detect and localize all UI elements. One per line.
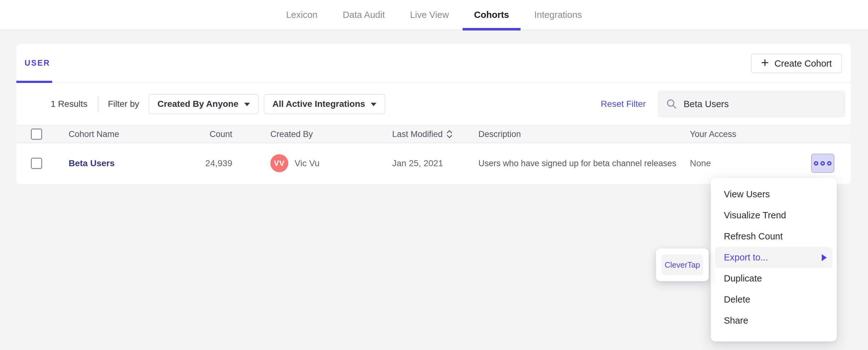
header-your-access: Your Access [690, 130, 811, 139]
menu-item-export-to-label: Export to... [724, 252, 768, 262]
filter-divider [98, 96, 98, 112]
menu-item-export-to[interactable]: Export to... [715, 247, 832, 268]
user-tab-underline [17, 81, 52, 83]
header-created-by: Created By [232, 130, 392, 139]
filter-right-group: Reset Filter [601, 91, 845, 117]
created-by-name: Vic Vu [294, 159, 319, 168]
nav-tab-cohorts-label: Cohorts [474, 10, 509, 20]
header-last-modified[interactable]: Last Modified [392, 130, 478, 139]
more-actions-button[interactable] [811, 154, 834, 173]
cohort-context-menu: View Users Visualize Trend Refresh Count… [711, 178, 837, 342]
tab-user[interactable]: USER [25, 59, 50, 68]
submenu-item-clevertap[interactable]: CleverTap [661, 254, 703, 275]
row-checkbox[interactable] [31, 158, 42, 169]
submenu-arrow-icon [822, 254, 827, 261]
plus-icon: + [761, 56, 769, 69]
menu-item-share[interactable]: Share [711, 310, 837, 331]
header-cohort-name: Cohort Name [69, 130, 188, 139]
table-row: Beta Users 24,939 VV Vic Vu Jan 25, 2021… [17, 143, 851, 183]
chevron-down-icon [371, 103, 376, 106]
row-checkbox-cell [17, 158, 69, 169]
results-count: 1 Results [51, 99, 88, 109]
menu-item-view-users[interactable]: View Users [711, 184, 837, 205]
create-cohort-label: Create Cohort [775, 59, 832, 69]
nav-tab-live-view[interactable]: Live View [410, 0, 449, 30]
avatar: VV [270, 154, 288, 172]
ellipsis-icon [827, 161, 832, 166]
sort-icon[interactable] [446, 130, 453, 139]
nav-tab-data-audit[interactable]: Data Audit [343, 0, 385, 30]
cohort-name-link[interactable]: Beta Users [69, 159, 115, 168]
last-modified-cell: Jan 25, 2021 [392, 159, 478, 168]
ellipsis-icon [820, 161, 825, 166]
menu-item-refresh-count[interactable]: Refresh Count [711, 226, 837, 247]
reset-filter-link[interactable]: Reset Filter [601, 99, 646, 109]
menu-item-duplicate[interactable]: Duplicate [711, 268, 837, 289]
nav-tab-lexicon[interactable]: Lexicon [286, 0, 317, 30]
cohort-count: 24,939 [188, 159, 232, 168]
description-cell: Users who have signed up for beta channe… [478, 157, 680, 170]
search-input[interactable] [684, 99, 837, 109]
search-icon [666, 98, 677, 110]
ellipsis-icon [814, 161, 818, 166]
integrations-dropdown-label: All Active Integrations [273, 99, 365, 109]
filter-by-label: Filter by [108, 99, 140, 109]
your-access-cell: None [690, 159, 811, 168]
export-submenu: CleverTap [656, 248, 709, 281]
integrations-dropdown[interactable]: All Active Integrations [264, 94, 385, 114]
header-count: Count [188, 130, 232, 139]
nav-tab-integrations[interactable]: Integrations [534, 0, 582, 30]
top-navigation: Lexicon Data Audit Live View Cohorts Int… [0, 0, 868, 30]
filter-bar: 1 Results Filter by Created By Anyone Al… [17, 83, 851, 125]
search-box[interactable] [658, 91, 845, 117]
panel-tabstrip: USER + Create Cohort [17, 44, 851, 83]
header-last-modified-label: Last Modified [392, 130, 443, 139]
table-header: Cohort Name Count Created By Last Modifi… [17, 125, 851, 143]
active-tab-underline [463, 28, 521, 31]
actions-cell [811, 154, 851, 173]
created-by-dropdown-label: Created By Anyone [157, 99, 238, 109]
cohorts-panel: USER + Create Cohort 1 Results Filter by… [17, 44, 851, 184]
menu-item-delete[interactable]: Delete [711, 289, 837, 310]
create-cohort-button[interactable]: + Create Cohort [751, 54, 842, 73]
header-checkbox-cell [17, 129, 69, 140]
chevron-down-icon [244, 103, 250, 106]
select-all-checkbox[interactable] [31, 129, 42, 140]
header-description: Description [478, 130, 690, 139]
nav-tab-cohorts[interactable]: Cohorts [474, 0, 509, 30]
menu-item-visualize-trend[interactable]: Visualize Trend [711, 205, 837, 226]
created-by-cell: VV Vic Vu [232, 154, 392, 172]
created-by-dropdown[interactable]: Created By Anyone [149, 94, 258, 114]
